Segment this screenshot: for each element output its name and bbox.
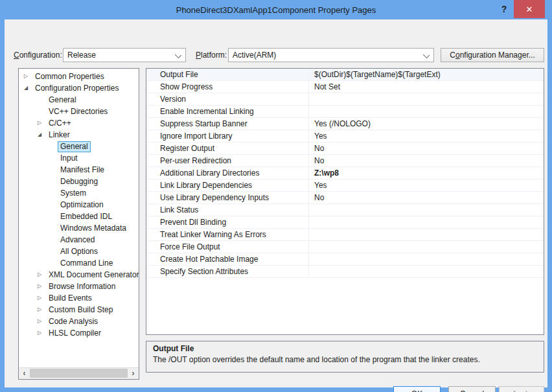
tree-item-label: VC++ Directories xyxy=(47,107,109,117)
property-value[interactable] xyxy=(309,253,544,265)
tree-view: ▷ Common Properties ◢ Configuration Prop… xyxy=(19,69,139,339)
expander-icon[interactable]: ▷ xyxy=(38,292,47,304)
property-row[interactable]: Additional Library Directories Z:\wp8 xyxy=(146,167,544,179)
expander-icon[interactable]: ▷ xyxy=(38,316,47,327)
property-value[interactable] xyxy=(309,229,544,240)
expander-icon[interactable]: ◢ xyxy=(38,129,47,141)
tree-item[interactable]: System xyxy=(19,187,139,199)
property-row[interactable]: Show Progress Not Set xyxy=(146,81,544,93)
property-value[interactable]: No xyxy=(309,143,544,154)
property-value[interactable]: No xyxy=(309,155,544,167)
ok-button[interactable]: OK xyxy=(393,386,441,392)
dialog-frame: Configuration: Release Platform: Active(… xyxy=(0,19,552,392)
property-name: Version xyxy=(146,93,309,105)
configuration-manager-label: Configuration Manager... xyxy=(450,51,535,60)
property-row[interactable]: Treat Linker Warning As Errors xyxy=(146,229,544,241)
apply-button: Apply xyxy=(499,386,544,392)
tree-item[interactable]: Manifest File xyxy=(19,164,139,176)
tree-item[interactable]: ▷ XML Document Generator xyxy=(19,269,139,281)
property-row[interactable]: Version xyxy=(146,93,544,106)
property-row[interactable]: Use Library Dependency Inputs No xyxy=(146,192,544,204)
tree-item-label: All Options xyxy=(58,247,100,257)
property-row[interactable]: Link Status xyxy=(146,204,544,216)
tree-item[interactable]: Optimization xyxy=(19,199,139,211)
property-value[interactable]: Not Set xyxy=(309,81,544,93)
cancel-button[interactable]: Cancel xyxy=(448,386,496,392)
tree-item[interactable]: ▷ Build Events xyxy=(19,292,139,304)
tree-item-label: Browse Information xyxy=(47,282,117,292)
tree-item[interactable]: Windows Metadata xyxy=(19,222,139,234)
property-row[interactable]: Suppress Startup Banner Yes (/NOLOGO) xyxy=(146,118,544,130)
platform-select[interactable]: Active(ARM) xyxy=(228,48,434,62)
property-value[interactable] xyxy=(309,93,544,105)
property-row[interactable]: Prevent Dll Binding xyxy=(146,216,544,229)
expander-icon[interactable]: ▷ xyxy=(24,71,33,82)
tree-item[interactable]: ◢ Linker xyxy=(19,129,139,141)
tree-item[interactable]: ▷ HLSL Compiler xyxy=(19,327,139,339)
property-row[interactable]: Per-user Redirection No xyxy=(146,155,544,167)
property-value[interactable]: Yes (/NOLOGO) xyxy=(309,118,544,130)
expander-icon[interactable]: ▷ xyxy=(38,269,47,281)
property-name: Additional Library Directories xyxy=(146,167,309,179)
tree-item[interactable]: ▷ Code Analysis xyxy=(19,316,139,327)
property-row[interactable]: Output File $(OutDir)$(TargetName)$(Targ… xyxy=(146,69,544,81)
configuration-bar: Configuration: Release Platform: Active(… xyxy=(5,48,552,62)
tree-item-label: Custom Build Step xyxy=(47,305,115,315)
property-value[interactable] xyxy=(309,204,544,216)
tree-item[interactable]: Input xyxy=(19,152,139,164)
property-row[interactable]: Register Output No xyxy=(146,143,544,155)
property-value[interactable]: Yes xyxy=(309,179,544,191)
tree-item[interactable]: Embedded IDL xyxy=(19,211,139,222)
close-button[interactable]: ✕ xyxy=(514,0,545,18)
tree-item[interactable]: Debugging xyxy=(19,176,139,187)
configuration-select[interactable]: Release xyxy=(63,48,186,62)
help-button[interactable]: ? xyxy=(497,0,511,18)
chevron-down-icon xyxy=(175,52,181,58)
property-value[interactable]: Yes xyxy=(309,130,544,142)
window-title: PhoneDirect3DXamlApp1Component Property … xyxy=(176,5,376,15)
tree-item[interactable]: General xyxy=(19,94,139,106)
scrollbar-thumb[interactable] xyxy=(30,369,128,378)
tree-item[interactable]: ▷ Common Properties xyxy=(19,71,139,82)
property-value[interactable] xyxy=(309,266,544,277)
property-value[interactable] xyxy=(309,241,544,253)
scroll-right-icon[interactable]: › xyxy=(128,368,139,378)
tree-item[interactable]: Command Line xyxy=(19,257,139,269)
tree-item[interactable]: VC++ Directories xyxy=(19,106,139,117)
configuration-manager-button[interactable]: Configuration Manager... xyxy=(441,48,544,62)
tree-item[interactable]: General xyxy=(19,141,139,152)
property-row[interactable]: Specify Section Attributes xyxy=(146,266,544,278)
scroll-left-icon[interactable]: ‹ xyxy=(19,368,30,378)
tree-horizontal-scrollbar[interactable]: ‹ › xyxy=(19,367,139,379)
property-value[interactable]: No xyxy=(309,192,544,203)
tree-item[interactable]: Advanced xyxy=(19,234,139,246)
tree-panel: ▷ Common Properties ◢ Configuration Prop… xyxy=(18,68,139,380)
property-name: Suppress Startup Banner xyxy=(146,118,309,130)
tree-item-label: Optimization xyxy=(58,200,106,210)
tree-item[interactable]: ▷ C/C++ xyxy=(19,117,139,129)
property-value[interactable] xyxy=(309,216,544,228)
platform-label: Platform: xyxy=(196,48,227,62)
property-value[interactable]: $(OutDir)$(TargetName)$(TargetExt) xyxy=(309,69,544,80)
property-row[interactable]: Link Library Dependencies Yes xyxy=(146,179,544,192)
tree-item[interactable]: All Options xyxy=(19,246,139,257)
property-pages-dialog: { "window": { "title": "PhoneDirect3DXam… xyxy=(0,0,552,392)
property-value[interactable]: Z:\wp8 xyxy=(309,167,544,179)
property-row[interactable]: Create Hot Patchable Image xyxy=(146,253,544,266)
titlebar[interactable]: PhoneDirect3DXamlApp1Component Property … xyxy=(0,0,552,19)
tree-item[interactable]: ▷ Custom Build Step xyxy=(19,304,139,316)
tree-item[interactable]: ▷ Browse Information xyxy=(19,281,139,292)
tree-item-label: Code Analysis xyxy=(47,317,100,327)
expander-icon[interactable]: ▷ xyxy=(38,304,47,316)
tree-item[interactable]: ◢ Configuration Properties xyxy=(19,82,139,94)
expander-icon[interactable]: ▷ xyxy=(38,117,47,129)
property-name: Specify Section Attributes xyxy=(146,266,309,277)
help-icon: ? xyxy=(501,4,507,14)
property-row[interactable]: Enable Incremental Linking xyxy=(146,106,544,118)
expander-icon[interactable]: ▷ xyxy=(38,281,47,292)
property-row[interactable]: Force File Output xyxy=(146,241,544,253)
expander-icon[interactable]: ◢ xyxy=(24,82,33,94)
property-row[interactable]: Ignore Import Library Yes xyxy=(146,130,544,143)
property-value[interactable] xyxy=(309,106,544,117)
expander-icon[interactable]: ▷ xyxy=(38,327,47,339)
